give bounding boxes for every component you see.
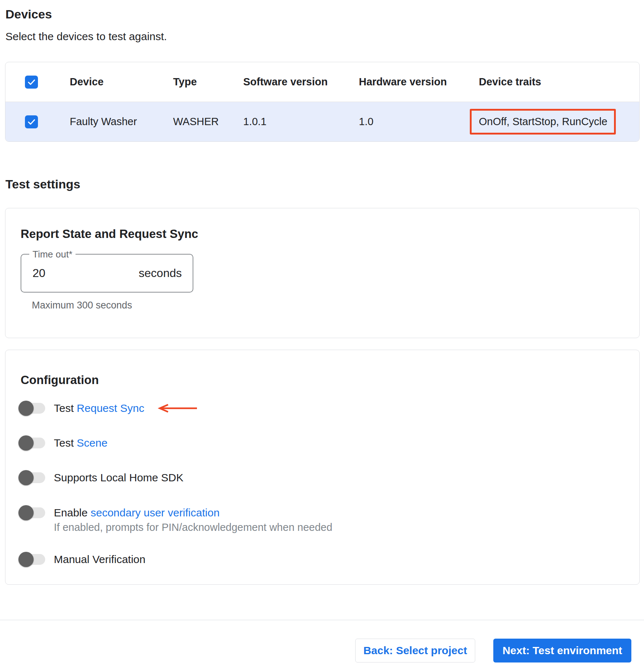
timeout-unit-label: seconds	[139, 267, 182, 280]
toggle-label-prefix: Enable	[54, 507, 91, 519]
next-test-environment-button[interactable]: Next: Test environment	[493, 639, 631, 662]
column-header-software-version: Software version	[243, 76, 359, 88]
test-scene-toggle[interactable]	[18, 435, 45, 451]
cell-device-traits: OnOff, StartStop, RunCycle	[479, 116, 607, 127]
devices-table: Device Type Software version Hardware ve…	[5, 62, 640, 142]
report-state-card: Report State and Request Sync Time out* …	[5, 208, 640, 338]
column-header-type: Type	[173, 76, 243, 88]
back-select-project-button[interactable]: Back: Select project	[355, 639, 475, 662]
request-sync-link[interactable]: Request Sync	[77, 402, 144, 414]
toggle-label-prefix: Test	[54, 437, 77, 449]
checkmark-icon	[27, 77, 36, 87]
toggle-thumb-icon	[18, 435, 34, 451]
cell-software-version: 1.0.1	[243, 116, 359, 128]
scene-link[interactable]: Scene	[77, 437, 107, 449]
toggle-thumb-icon	[18, 505, 34, 520]
test-request-sync-toggle[interactable]	[18, 400, 45, 416]
toggle-row-secondary-verification: Enable secondary user verification	[18, 505, 220, 521]
toggle-thumb-icon	[18, 552, 34, 567]
report-state-card-title: Report State and Request Sync	[21, 227, 624, 241]
toggle-thumb-icon	[18, 470, 34, 485]
devices-section-subtitle: Select the devices to test against.	[5, 30, 167, 43]
checkmark-icon	[27, 117, 36, 127]
test-settings-title: Test settings	[5, 177, 80, 191]
configuration-card: Configuration Test Request Sync Test Sce…	[5, 350, 640, 585]
toggle-label: Manual Verification	[54, 553, 145, 566]
annotation-highlight-box: OnOff, StartStop, RunCycle	[470, 109, 616, 135]
secondary-user-verification-link[interactable]: secondary user verification	[91, 507, 220, 519]
configuration-card-title: Configuration	[21, 373, 99, 387]
toggle-row-local-home-sdk: Supports Local Home SDK	[18, 470, 184, 486]
secondary-user-verification-toggle[interactable]	[18, 505, 45, 521]
manual-verification-toggle[interactable]	[18, 551, 45, 567]
toggle-row-manual-verification: Manual Verification	[18, 551, 145, 567]
toggle-label: Supports Local Home SDK	[54, 472, 184, 484]
toggle-thumb-icon	[18, 401, 34, 416]
footer-divider	[0, 620, 644, 620]
toggle-row-test-request-sync: Test Request Sync	[18, 400, 198, 416]
supports-local-home-sdk-toggle[interactable]	[18, 470, 45, 486]
timeout-helper-text: Maximum 300 seconds	[32, 300, 624, 311]
timeout-field: Time out* seconds	[21, 254, 193, 293]
cell-device-name: Faulty Washer	[70, 116, 173, 128]
annotation-arrow-icon	[154, 403, 198, 413]
row-checkbox[interactable]	[25, 115, 38, 128]
column-header-device: Device	[70, 76, 173, 88]
toggle-label-prefix: Test	[54, 402, 77, 414]
select-all-checkbox[interactable]	[25, 76, 38, 89]
cell-hardware-version: 1.0	[359, 116, 479, 128]
devices-section-title: Devices	[5, 7, 52, 21]
devices-table-header-row: Device Type Software version Hardware ve…	[5, 62, 639, 102]
timeout-input[interactable]	[33, 267, 112, 280]
column-header-hardware-version: Hardware version	[359, 76, 479, 88]
table-row: Faulty Washer WASHER 1.0.1 1.0 OnOff, St…	[5, 102, 639, 141]
column-header-device-traits: Device traits	[479, 76, 639, 88]
timeout-field-label: Time out*	[29, 249, 76, 260]
toggle-row-test-scene: Test Scene	[18, 435, 107, 451]
cell-device-type: WASHER	[173, 116, 243, 128]
secondary-verification-description: If enabled, prompts for PIN/acknowledgem…	[54, 521, 332, 533]
